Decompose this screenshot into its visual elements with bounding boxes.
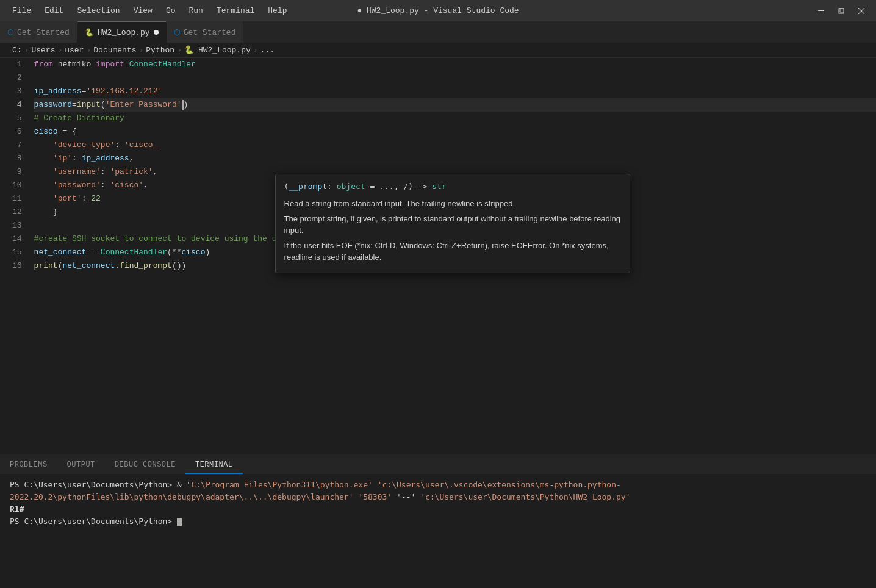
hover-desc-2: The prompt string, if given, is printed … bbox=[284, 213, 621, 236]
tab-label-get-started-2: Get Started bbox=[184, 28, 236, 37]
line-num-11: 11 bbox=[12, 192, 22, 206]
code-line-2 bbox=[34, 71, 876, 85]
tab-icon-get-started-1: ⬡ bbox=[7, 28, 13, 37]
breadcrumb-python[interactable]: Python bbox=[146, 46, 174, 55]
terminal-line-3: PS C:\Users\user\Documents\Python> bbox=[10, 515, 866, 528]
menu-edit[interactable]: Edit bbox=[38, 4, 70, 18]
window-title: ● HW2_Loop.py - Visual Studio Code bbox=[357, 6, 519, 15]
code-line-7: 'device_type': 'cisco_ bbox=[34, 138, 876, 152]
hover-popup: (__prompt: object = ..., /) -> str Read … bbox=[275, 174, 630, 273]
tab-bar: ⬡ Get Started 🐍 HW2_Loop.py ⬡ Get Starte… bbox=[0, 21, 876, 43]
tab-get-started-1[interactable]: ⬡ Get Started bbox=[0, 21, 77, 43]
code-line-5: # Create Dictionary bbox=[34, 112, 876, 125]
line-num-7: 7 bbox=[12, 138, 22, 152]
panel-tab-terminal[interactable]: TERMINAL bbox=[185, 457, 243, 474]
line-num-6: 6 bbox=[12, 125, 22, 138]
title-bar: File Edit Selection View Go Run Terminal… bbox=[0, 0, 876, 21]
line-num-9: 9 bbox=[12, 165, 22, 179]
tab-modified-dot bbox=[154, 30, 159, 35]
line-numbers: 1 2 3 4 5 6 7 8 9 10 11 12 13 14 15 16 bbox=[0, 58, 28, 454]
breadcrumb-user[interactable]: user bbox=[65, 46, 84, 55]
code-line-6: cisco = { bbox=[34, 125, 876, 138]
line-num-4: 4 bbox=[12, 98, 22, 112]
line-num-12: 12 bbox=[12, 206, 22, 219]
panel-tab-problems[interactable]: PROBLEMS bbox=[0, 457, 57, 474]
breadcrumb-documents[interactable]: Documents bbox=[93, 46, 136, 55]
line-num-13: 13 bbox=[12, 219, 22, 232]
tab-label-get-started-1: Get Started bbox=[17, 28, 70, 37]
restore-button[interactable] bbox=[833, 4, 850, 18]
menu-file[interactable]: File bbox=[6, 4, 37, 18]
breadcrumb-ellipsis[interactable]: ... bbox=[260, 46, 275, 55]
panel-tabs: PROBLEMS OUTPUT DEBUG CONSOLE TERMINAL bbox=[0, 454, 876, 474]
code-line-8: 'ip': ip_address, bbox=[34, 152, 876, 165]
terminal-line-1: PS C:\Users\user\Documents\Python> & 'C:… bbox=[10, 479, 866, 503]
close-button[interactable] bbox=[853, 4, 870, 18]
hover-desc-1: Read a string from standard input. The t… bbox=[284, 198, 621, 209]
hover-desc-3: If the user hits EOF (*nix: Ctrl-D, Wind… bbox=[284, 240, 621, 263]
line-num-3: 3 bbox=[12, 85, 22, 98]
hover-signature: (__prompt: object = ..., /) -> str bbox=[284, 181, 621, 193]
code-line-4: password=input('Enter Password') bbox=[34, 98, 876, 112]
menu-run[interactable]: Run bbox=[182, 4, 209, 18]
menu-help[interactable]: Help bbox=[262, 4, 293, 18]
minimize-button[interactable] bbox=[813, 4, 830, 18]
line-num-14: 14 bbox=[12, 232, 22, 246]
tab-label-hw2-loop: HW2_Loop.py bbox=[98, 28, 150, 37]
svg-rect-0 bbox=[818, 10, 824, 11]
tab-get-started-2[interactable]: ⬡ Get Started bbox=[167, 21, 244, 43]
svg-rect-1 bbox=[839, 9, 844, 13]
terminal-line-2: R1# bbox=[10, 503, 866, 515]
line-num-10: 10 bbox=[12, 179, 22, 192]
window-controls bbox=[813, 4, 870, 18]
panel-tab-debug-console[interactable]: DEBUG CONSOLE bbox=[105, 457, 185, 474]
tab-hw2-loop[interactable]: 🐍 HW2_Loop.py bbox=[77, 21, 167, 43]
code-line-1: from netmiko import ConnectHandler bbox=[34, 58, 876, 71]
breadcrumb-users[interactable]: Users bbox=[31, 46, 55, 55]
line-num-16: 16 bbox=[12, 259, 22, 273]
breadcrumb-c[interactable]: C: bbox=[12, 46, 22, 55]
tab-icon-hw2-loop: 🐍 bbox=[85, 28, 94, 37]
breadcrumb-file[interactable]: HW2_Loop.py bbox=[198, 46, 251, 55]
terminal-content[interactable]: PS C:\Users\user\Documents\Python> & 'C:… bbox=[0, 474, 876, 588]
tab-icon-get-started-2: ⬡ bbox=[174, 28, 180, 37]
line-num-2: 2 bbox=[12, 71, 22, 85]
menu-view[interactable]: View bbox=[127, 4, 159, 18]
panel-tab-output[interactable]: OUTPUT bbox=[57, 457, 105, 474]
line-num-5: 5 bbox=[12, 112, 22, 125]
menu-terminal[interactable]: Terminal bbox=[210, 4, 260, 18]
menu-selection[interactable]: Selection bbox=[71, 4, 126, 18]
breadcrumb: C: › Users › user › Documents › Python ›… bbox=[0, 43, 876, 58]
code-line-3: ip_address='192.168.12.212' bbox=[34, 85, 876, 98]
menu-go[interactable]: Go bbox=[160, 4, 182, 18]
editor-container: 1 2 3 4 5 6 7 8 9 10 11 12 13 14 15 16 f… bbox=[0, 58, 876, 454]
terminal-cursor bbox=[177, 518, 182, 526]
line-num-8: 8 bbox=[12, 152, 22, 165]
line-num-1: 1 bbox=[12, 58, 22, 71]
line-num-15: 15 bbox=[12, 246, 22, 259]
bottom-panel: PROBLEMS OUTPUT DEBUG CONSOLE TERMINAL P… bbox=[0, 454, 876, 588]
menu-bar: File Edit Selection View Go Run Terminal… bbox=[6, 4, 293, 18]
code-area[interactable]: from netmiko import ConnectHandler ip_ad… bbox=[28, 58, 876, 454]
breadcrumb-file-icon: 🐍 bbox=[184, 45, 194, 55]
